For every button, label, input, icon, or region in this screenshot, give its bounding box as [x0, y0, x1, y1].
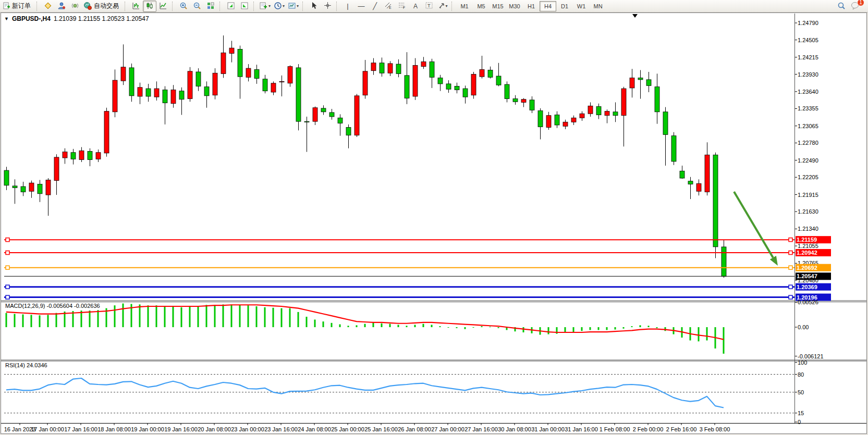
macd-histogram-bar [406, 326, 408, 327]
macd-histogram-bar [339, 325, 341, 327]
trendline-tool-button[interactable]: ╱ [368, 1, 382, 12]
candle-body [254, 69, 259, 78]
line-handle[interactable] [789, 285, 792, 289]
candle-body [580, 114, 584, 118]
macd-histogram-bar [348, 326, 349, 327]
tile-windows-button[interactable] [204, 1, 217, 12]
macd-histogram-bar [623, 327, 625, 329]
new-chart-button[interactable]: ▾ [258, 1, 272, 12]
template-button[interactable]: ▾ [286, 1, 300, 12]
new-order-label: 新订单 [10, 2, 33, 10]
candle-body [188, 71, 192, 99]
line-handle[interactable] [6, 251, 9, 255]
time-label: 25 Jan 00:00 [331, 426, 364, 432]
macd-histogram-bar [615, 327, 616, 330]
arrows-tool-button[interactable]: ▾ [436, 1, 449, 12]
toolbar-separator [125, 2, 128, 11]
line-handle[interactable] [789, 238, 792, 242]
fibonacci-tool-button[interactable]: F [395, 1, 409, 12]
horizontal-line-tool-button[interactable]: — [354, 1, 368, 12]
candle-body [29, 183, 34, 191]
candle-body [530, 100, 534, 110]
notifications-button[interactable]: 1 [848, 1, 862, 12]
candle-body [354, 96, 359, 135]
bar-chart-mode-button[interactable] [129, 1, 143, 12]
candle-body [46, 180, 51, 195]
macd-histogram-bar [256, 306, 258, 327]
trendline-icon: ╱ [373, 2, 377, 10]
chart-canvas[interactable]: 1.247901.245051.242151.239301.236401.233… [0, 13, 868, 435]
candle-body [371, 63, 376, 71]
text-tool-button[interactable]: A [409, 1, 422, 12]
bar-chart-icon [132, 2, 140, 11]
candle-body [405, 76, 409, 98]
candle-body [421, 61, 426, 66]
timeframe-m5-button[interactable]: M5 [473, 1, 490, 11]
candle-body [71, 153, 76, 159]
candle-body [54, 157, 59, 181]
autotrade-button[interactable]: 自动交易 [82, 1, 123, 12]
candle-body [338, 118, 343, 123]
line-handle[interactable] [789, 251, 792, 255]
macd-histogram-bar [298, 312, 299, 327]
period-button[interactable]: ▾ [272, 1, 286, 12]
macd-histogram-bar [356, 325, 358, 327]
candle-body [129, 68, 134, 96]
indicator-window-button[interactable] [224, 1, 238, 12]
macd-histogram-bar [723, 327, 725, 354]
timeframe-mn-button[interactable]: MN [590, 1, 606, 11]
search-button[interactable] [835, 1, 848, 12]
chart-window: 1.247901.245051.242151.239301.236401.233… [0, 13, 868, 435]
cursor-tool-button[interactable] [307, 1, 321, 12]
candle-body [171, 90, 176, 103]
candle-body [722, 247, 726, 276]
candle-body [121, 67, 126, 81]
signals-button[interactable] [68, 1, 82, 12]
line-chart-mode-button[interactable] [156, 1, 170, 12]
new-order-button[interactable]: 新订单 [1, 1, 34, 12]
macd-histogram-bar [56, 313, 57, 327]
timeframe-w1-button[interactable]: W1 [573, 1, 590, 11]
timeframe-m15-button[interactable]: M15 [490, 1, 506, 11]
candle-body [688, 181, 693, 184]
time-label: 31 Jan 00:00 [531, 426, 565, 432]
candle-body [471, 74, 476, 95]
line-handle[interactable] [789, 295, 792, 299]
channel-tool-button[interactable]: E [382, 1, 395, 12]
zoom-out-button[interactable] [190, 1, 204, 12]
macd-axis-label: 0.00 [798, 324, 809, 330]
timeframe-d1-button[interactable]: D1 [556, 1, 573, 11]
line-handle[interactable] [6, 266, 9, 269]
candle-body [246, 68, 251, 77]
macd-histogram-bar [323, 321, 324, 327]
text-label-tool-button[interactable]: T [422, 1, 436, 12]
indicator-window2-button[interactable] [238, 1, 251, 12]
candle-body [229, 48, 234, 53]
macd-histogram-bar [364, 324, 366, 327]
market-watch-button[interactable] [55, 1, 68, 12]
line-handle[interactable] [6, 295, 9, 299]
crosshair-tool-button[interactable] [321, 1, 334, 12]
candlestick-mode-button[interactable] [143, 1, 156, 12]
macd-axis-label: 0.00526 [798, 299, 818, 305]
candle-body [455, 86, 459, 90]
profiles-button[interactable] [41, 1, 55, 12]
macd-histogram-bar [239, 305, 241, 327]
candle-body [179, 91, 184, 100]
timeframe-m30-button[interactable]: M30 [506, 1, 523, 11]
chevron-down-icon[interactable]: ▼ [4, 16, 9, 21]
line-handle[interactable] [6, 285, 9, 289]
time-label: 27 Jan 00:00 [431, 426, 464, 432]
timeframe-h1-button[interactable]: H1 [523, 1, 540, 11]
candle-body [21, 187, 26, 192]
timeframe-h4-button[interactable]: H4 [540, 1, 556, 11]
line-handle[interactable] [789, 266, 792, 269]
candle-body [38, 184, 42, 193]
candle-body [396, 64, 401, 73]
line-handle[interactable] [6, 238, 9, 242]
timeframe-m1-button[interactable]: M1 [456, 1, 473, 11]
macd-histogram-bar [189, 306, 191, 327]
zoom-in-button[interactable] [177, 1, 190, 12]
time-label: 19 Jan 00:00 [131, 426, 164, 432]
vertical-line-tool-button[interactable]: | [341, 1, 354, 12]
